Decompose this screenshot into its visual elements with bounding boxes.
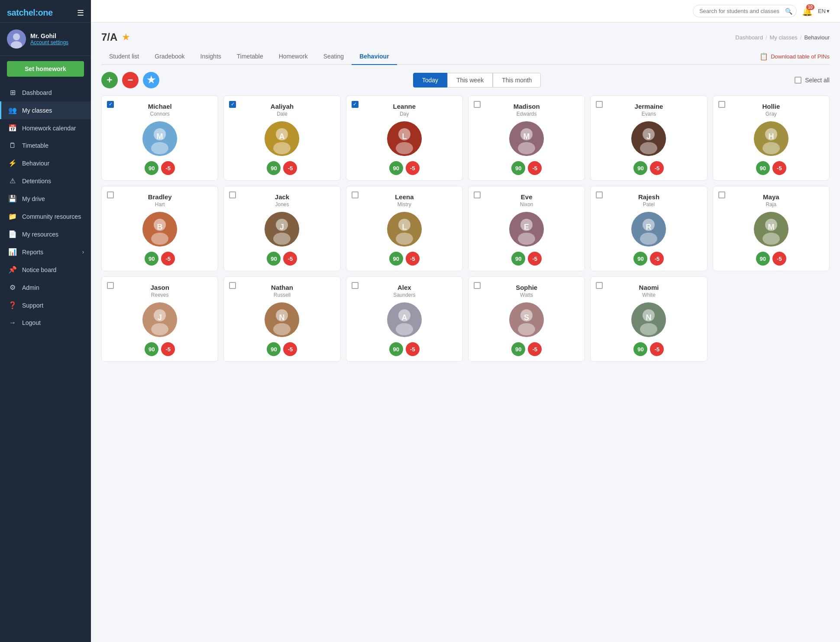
svg-text:R: R — [646, 223, 652, 231]
sidebar-item-label: Timetable — [22, 142, 48, 149]
student-card: Madison Edwards M 90 -5 — [468, 95, 585, 181]
score-badges: 90 -5 — [145, 342, 175, 356]
period-buttons: Today This week This month — [413, 73, 541, 88]
student-checkbox[interactable] — [596, 101, 603, 108]
negative-score: -5 — [650, 342, 664, 356]
student-checkbox[interactable] — [718, 191, 725, 198]
negative-score: -5 — [528, 161, 542, 175]
student-checkbox[interactable] — [352, 191, 359, 198]
svg-point-53 — [151, 323, 168, 335]
svg-text:E: E — [524, 223, 529, 231]
sidebar-item-support[interactable]: ❓ Support — [0, 296, 91, 314]
sidebar-item-homework-calendar[interactable]: 📅 Homework calendar — [0, 119, 91, 137]
period-this-month-button[interactable]: This month — [493, 73, 541, 88]
score-badges: 90 -5 — [633, 342, 664, 356]
sidebar-item-timetable[interactable]: 🗒 Timetable — [0, 137, 91, 154]
tab-seating[interactable]: Seating — [316, 49, 352, 65]
tab-gradebook[interactable]: Gradebook — [147, 49, 192, 65]
tab-behaviour[interactable]: Behaviour — [352, 49, 397, 65]
dashboard-icon: ⊞ — [8, 88, 17, 97]
student-card: Jason Reeves J 90 -5 — [101, 276, 218, 362]
student-checkbox[interactable] — [107, 191, 114, 198]
student-card: Jermaine Evans J 90 -5 — [590, 95, 707, 181]
sidebar-item-logout[interactable]: → Logout — [0, 314, 91, 331]
score-badges: 90 -5 — [511, 161, 542, 175]
student-checkbox[interactable] — [474, 191, 481, 198]
sidebar-item-reports[interactable]: 📊 Reports › — [0, 243, 91, 261]
sidebar-item-label: Admin — [22, 284, 39, 291]
sidebar-item-label: Notice board — [22, 266, 56, 273]
sidebar-item-notice-board[interactable]: 📌 Notice board — [0, 261, 91, 279]
breadcrumb-current: Behaviour — [804, 34, 830, 41]
student-last-name: Reeves — [151, 292, 169, 298]
student-checkbox[interactable] — [474, 282, 481, 289]
student-checkbox[interactable] — [229, 191, 236, 198]
tab-insights[interactable]: Insights — [193, 49, 229, 65]
language-selector[interactable]: EN ▾ — [818, 8, 830, 14]
student-photo: N — [631, 302, 666, 337]
student-checkbox[interactable] — [352, 282, 359, 289]
add-behaviour-button[interactable]: + — [101, 72, 118, 88]
star-icon[interactable]: ★ — [122, 32, 130, 43]
search-input[interactable] — [693, 5, 797, 17]
student-last-name: Gray — [766, 111, 777, 117]
sidebar-item-label: Logout — [22, 319, 41, 326]
student-checkbox[interactable] — [107, 282, 114, 289]
sidebar-item-my-drive[interactable]: 💾 My drive — [0, 190, 91, 208]
period-this-week-button[interactable]: This week — [447, 73, 493, 88]
svg-text:L: L — [402, 132, 407, 141]
svg-text:A: A — [279, 132, 285, 141]
star-behaviour-button[interactable]: ★ — [143, 72, 159, 88]
student-card: Jack Jones J 90 -5 — [223, 186, 340, 271]
hamburger-icon[interactable]: ☰ — [77, 8, 84, 18]
sidebar-item-admin[interactable]: ⚙ Admin — [0, 279, 91, 296]
student-checkbox[interactable] — [352, 101, 359, 108]
svg-point-25 — [762, 142, 780, 154]
tab-student-list[interactable]: Student list — [101, 49, 147, 65]
student-first-name: Nathan — [271, 284, 293, 291]
student-last-name: Connors — [150, 111, 169, 117]
student-checkbox[interactable] — [229, 101, 236, 108]
svg-text:M: M — [157, 132, 163, 141]
subtract-behaviour-button[interactable]: − — [122, 72, 139, 88]
select-all-checkbox[interactable] — [795, 77, 801, 84]
sidebar-item-my-classes[interactable]: 👥 My classes — [0, 101, 91, 119]
positive-score: 90 — [633, 342, 647, 356]
negative-score: -5 — [161, 342, 175, 356]
score-badges: 90 -5 — [389, 342, 420, 356]
student-photo: N — [265, 302, 299, 337]
positive-score: 90 — [145, 161, 158, 175]
notification-button[interactable]: 🔔 10 — [802, 6, 813, 16]
sidebar-item-behaviour[interactable]: ⚡ Behaviour — [0, 154, 91, 172]
student-checkbox[interactable] — [596, 282, 603, 289]
student-checkbox[interactable] — [474, 101, 481, 108]
community-resources-icon: 📁 — [8, 212, 17, 220]
positive-score: 90 — [511, 161, 525, 175]
breadcrumb-my-classes[interactable]: My classes — [770, 34, 798, 41]
sidebar-item-my-resources[interactable]: 📄 My resources — [0, 225, 91, 243]
svg-text:B: B — [157, 223, 163, 231]
student-last-name: Watts — [520, 292, 533, 298]
tab-homework[interactable]: Homework — [271, 49, 316, 65]
reports-icon: 📊 — [8, 248, 17, 256]
account-settings-link[interactable]: Account settings — [30, 39, 68, 45]
tab-timetable[interactable]: Timetable — [229, 49, 271, 65]
student-checkbox[interactable] — [229, 282, 236, 289]
breadcrumb-dashboard[interactable]: Dashboard — [735, 34, 763, 41]
student-checkbox[interactable] — [596, 191, 603, 198]
student-checkbox[interactable] — [107, 101, 114, 108]
download-table-button[interactable]: 📋 Download table of PINs — [759, 52, 830, 61]
score-badges: 90 -5 — [389, 252, 420, 266]
sidebar-item-dashboard[interactable]: ⊞ Dashboard — [0, 84, 91, 101]
student-first-name: Sophie — [516, 284, 537, 291]
student-checkbox[interactable] — [718, 101, 725, 108]
student-last-name: White — [642, 292, 656, 298]
sidebar-item-detentions[interactable]: ⚠ Detentions — [0, 172, 91, 190]
sidebar-item-community-resources[interactable]: 📁 Community resources — [0, 208, 91, 225]
student-card: Maya Raja M 90 -5 — [713, 186, 830, 271]
svg-point-13 — [396, 142, 413, 154]
set-homework-button[interactable]: Set homework — [7, 61, 84, 77]
student-last-name: Day — [400, 111, 409, 117]
period-today-button[interactable]: Today — [413, 73, 447, 88]
notice-board-icon: 📌 — [8, 266, 17, 274]
